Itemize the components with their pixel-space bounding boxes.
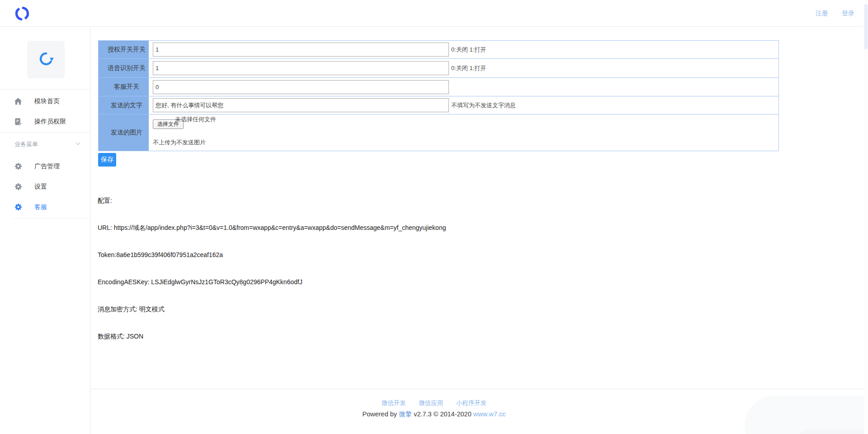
w7-swirl-logo-icon[interactable]	[14, 5, 31, 22]
sidebar-item-label: 广告管理	[34, 162, 60, 171]
field-label: 发送的图片	[99, 114, 149, 151]
sidebar-item-customer-service[interactable]: 客服	[0, 197, 90, 217]
config-title: 配置:	[98, 196, 446, 205]
chevron-down-icon	[75, 140, 81, 148]
config-data-format: 数据格式: JSON	[98, 332, 446, 341]
weengine-brand-link[interactable]: 微擎	[399, 410, 412, 418]
footer-link-wechat-app[interactable]: 微信应用	[419, 400, 443, 406]
scrollbar-track[interactable]	[864, 0, 868, 434]
scrollbar-thumb[interactable]	[864, 4, 868, 49]
sidebar-item-label: 操作员权限	[34, 118, 66, 126]
sidebar-section-business-menu[interactable]: 业务菜单	[0, 133, 90, 156]
file-status-text: 未选择任何文件	[175, 115, 216, 124]
document-icon	[14, 118, 22, 126]
config-url: URL: https://域名/app/index.php?i=3&t=0&v=…	[98, 223, 446, 232]
footer-powered-by: Powered by 微擎 v2.7.3 © 2014-2020 www.w7.…	[90, 410, 778, 419]
register-link[interactable]: 注册	[816, 10, 828, 18]
main-content: 授权开关开关 0:关闭 1:打开 语音识别开关 0:关闭 1:打开 客服开关 发…	[90, 27, 868, 434]
config-aeskey: EncodingAESKey: LSJiEdglwGyrNsJz1GToR3cQ…	[98, 277, 446, 286]
sidebar-inset-divider	[13, 218, 90, 219]
form-row-send-image: 发送的图片 选择文件 未选择任何文件 不上传为不发送图片	[99, 114, 778, 151]
sidebar-item-operator-permission[interactable]: 操作员权限	[0, 111, 90, 132]
form-row-send-text: 发送的文字 不填写为不发送文字消息	[99, 96, 778, 114]
sidebar-item-settings[interactable]: 设置	[0, 176, 90, 197]
gear-icon	[14, 162, 22, 171]
footer-divider	[90, 389, 868, 389]
config-info-block: 配置: URL: https://域名/app/index.php?i=3&t=…	[98, 178, 446, 359]
footer-links: 微信开发 微信应用 小程序开发	[90, 399, 778, 407]
send-text-input[interactable]	[153, 98, 449, 112]
form-row-auth-switch: 授权开关开关 0:关闭 1:打开	[99, 41, 778, 59]
field-label: 客服开关	[99, 78, 149, 96]
footer-link-wechat-dev[interactable]: 微信开发	[382, 400, 406, 406]
config-encrypt-mode: 消息加密方式: 明文模式	[98, 305, 446, 314]
top-header: 注册 登录	[0, 0, 868, 27]
form-row-voice-recognition-switch: 语音识别开关 0:关闭 1:打开	[99, 59, 778, 78]
sidebar-item-module-home[interactable]: 模块首页	[0, 91, 90, 111]
settings-form-table: 授权开关开关 0:关闭 1:打开 语音识别开关 0:关闭 1:打开 客服开关 发…	[98, 40, 779, 151]
field-label: 发送的文字	[99, 96, 149, 114]
home-icon	[14, 97, 22, 105]
sidebar-item-ad-management[interactable]: 广告管理	[0, 156, 90, 176]
field-hint: 不上传为不发送图片	[153, 138, 206, 147]
gear-icon	[14, 183, 22, 191]
gear-icon	[14, 203, 22, 211]
save-button[interactable]: 保存	[98, 153, 116, 167]
sidebar: 模块首页 操作员权限 业务菜单	[0, 27, 90, 434]
service-switch-input[interactable]	[153, 80, 449, 94]
section-label: 业务菜单	[14, 140, 75, 148]
login-link[interactable]: 登录	[842, 10, 854, 18]
refresh-icon	[37, 49, 56, 70]
voice-recognition-input[interactable]	[153, 61, 449, 75]
footer-link-miniprogram-dev[interactable]: 小程序开发	[456, 400, 487, 406]
sidebar-item-label: 模块首页	[34, 97, 60, 105]
config-token: Token:8a6e1b599c39f406f07951a2ceaf162a	[98, 250, 446, 259]
field-label: 语音识别开关	[99, 59, 149, 77]
module-logo-box	[27, 41, 65, 78]
field-hint: 0:关闭 1:打开	[451, 64, 486, 72]
version-text: v2.7.3 © 2014-2020	[412, 410, 473, 418]
auth-switch-input[interactable]	[153, 43, 449, 57]
field-hint: 不填写为不发送文字消息	[451, 101, 516, 110]
field-label: 授权开关开关	[99, 41, 149, 58]
w7-site-link[interactable]: www.w7.cc	[473, 410, 506, 418]
sidebar-item-label: 客服	[34, 203, 47, 211]
powered-prefix: Powered by	[363, 410, 399, 418]
form-row-service-switch: 客服开关	[99, 78, 778, 96]
field-hint: 0:关闭 1:打开	[451, 46, 486, 54]
sidebar-item-label: 设置	[34, 183, 47, 191]
